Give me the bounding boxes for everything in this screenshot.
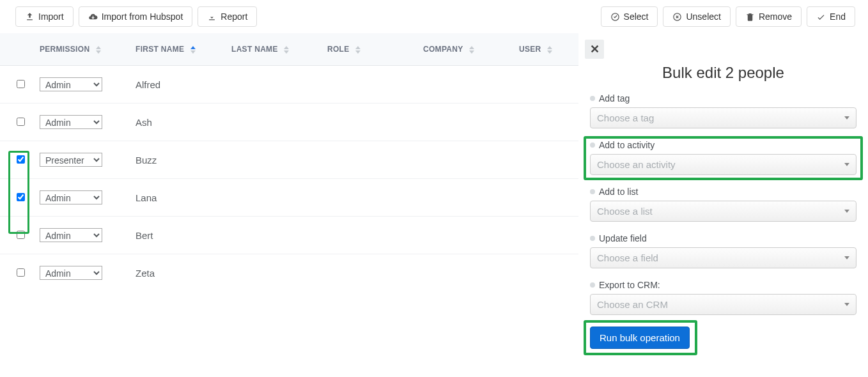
- toolbar-right: Select Unselect Remove End: [601, 6, 855, 27]
- import-hubspot-label: Import from Hubspot: [102, 12, 183, 22]
- row-company: [417, 104, 513, 141]
- col-last-name-label: LAST NAME: [231, 45, 278, 54]
- add-activity-dropdown[interactable]: Choose an activity: [590, 154, 856, 175]
- field-update-field-label-row: Update field: [590, 233, 856, 243]
- row-last-name: [225, 66, 321, 104]
- row-role: [321, 66, 417, 104]
- run-bulk-operation-button[interactable]: Run bulk operation: [590, 327, 690, 349]
- col-first-name-label: FIRST NAME: [136, 45, 184, 54]
- panel-title: Bulk edit 2 people: [590, 64, 856, 82]
- row-checkbox-cell: [0, 141, 33, 179]
- table-row: AdminPresenterBert: [0, 217, 578, 254]
- permission-select[interactable]: AdminPresenter: [40, 190, 102, 204]
- add-tag-placeholder: Choose a tag: [597, 112, 654, 123]
- field-update-field: Update field Choose a field: [590, 233, 856, 268]
- permission-select[interactable]: AdminPresenter: [40, 228, 102, 242]
- end-label: End: [830, 12, 846, 22]
- row-first-name: Alfred: [129, 66, 225, 104]
- main: PERMISSION FIRST NAME LAST NAME ROLE: [0, 33, 868, 360]
- chevron-down-icon: [844, 303, 849, 306]
- permission-select[interactable]: AdminPresenter: [40, 77, 102, 91]
- table-row: AdminPresenterAlfred: [0, 66, 578, 104]
- field-add-tag-label: Add tag: [599, 93, 630, 104]
- table-area: PERMISSION FIRST NAME LAST NAME ROLE: [0, 33, 578, 360]
- row-checkbox[interactable]: [17, 80, 25, 88]
- update-field-dropdown[interactable]: Choose a field: [590, 247, 856, 268]
- field-add-tag: Add tag Choose a tag: [590, 93, 856, 128]
- select-label: Select: [624, 12, 649, 22]
- col-permission[interactable]: PERMISSION: [33, 33, 129, 66]
- row-last-name: [225, 141, 321, 179]
- sort-icon: [96, 46, 101, 54]
- field-add-activity: Add to activity Choose an activity: [590, 140, 856, 175]
- row-company: [417, 141, 513, 179]
- field-add-list-label-row: Add to list: [590, 187, 856, 197]
- unselect-button[interactable]: Unselect: [663, 6, 730, 27]
- row-checkbox-cell: [0, 217, 33, 254]
- import-button[interactable]: Import: [15, 6, 74, 27]
- permission-select[interactable]: AdminPresenter: [40, 266, 102, 280]
- col-checkbox: [0, 33, 33, 66]
- row-role: [321, 141, 417, 179]
- sort-icon: [547, 46, 552, 54]
- col-user[interactable]: USER: [513, 33, 578, 66]
- upload-icon: [25, 12, 35, 22]
- chevron-down-icon: [844, 116, 849, 119]
- field-add-list: Add to list Choose a list: [590, 187, 856, 222]
- row-checkbox[interactable]: [17, 268, 25, 277]
- col-role[interactable]: ROLE: [321, 33, 417, 66]
- table-row: AdminPresenterBuzz: [0, 141, 578, 179]
- close-panel-button[interactable]: ✕: [585, 40, 604, 59]
- end-button[interactable]: End: [807, 6, 855, 27]
- row-permission-cell: AdminPresenter: [33, 217, 129, 254]
- permission-select[interactable]: AdminPresenter: [40, 153, 102, 167]
- col-last-name[interactable]: LAST NAME: [225, 33, 321, 66]
- row-first-name: Bert: [129, 217, 225, 254]
- report-label: Report: [221, 12, 247, 22]
- row-checkbox[interactable]: [17, 193, 25, 201]
- col-company[interactable]: COMPANY: [417, 33, 513, 66]
- field-export-crm-label: Export to CRM:: [599, 280, 660, 290]
- report-button[interactable]: Report: [198, 6, 257, 27]
- select-button[interactable]: Select: [601, 6, 658, 27]
- permission-select[interactable]: AdminPresenter: [40, 115, 102, 129]
- row-company: [417, 179, 513, 217]
- download-icon: [207, 12, 217, 22]
- row-company: [417, 254, 513, 292]
- bullet-icon: [590, 236, 595, 241]
- row-user: [513, 104, 578, 141]
- row-checkbox-cell: [0, 66, 33, 104]
- row-user: [513, 217, 578, 254]
- col-role-label: ROLE: [327, 45, 350, 54]
- field-add-tag-label-row: Add tag: [590, 93, 856, 104]
- row-checkbox[interactable]: [17, 118, 25, 126]
- row-checkbox[interactable]: [17, 155, 25, 164]
- row-last-name: [225, 217, 321, 254]
- field-export-crm-label-row: Export to CRM:: [590, 280, 856, 290]
- field-add-activity-label-row: Add to activity: [590, 140, 856, 150]
- sort-icon: [190, 46, 196, 54]
- add-tag-dropdown[interactable]: Choose a tag: [590, 107, 856, 128]
- export-crm-dropdown[interactable]: Choose an CRM: [590, 294, 856, 315]
- add-list-dropdown[interactable]: Choose a list: [590, 201, 856, 222]
- col-first-name[interactable]: FIRST NAME: [129, 33, 225, 66]
- table-row: AdminPresenterLana: [0, 179, 578, 217]
- row-user: [513, 66, 578, 104]
- remove-label: Remove: [759, 12, 792, 22]
- row-first-name: Lana: [129, 179, 225, 217]
- row-role: [321, 104, 417, 141]
- toolbar: Import Import from Hubspot Report Select…: [0, 0, 868, 33]
- table-row: AdminPresenterAsh: [0, 104, 578, 141]
- toolbar-left: Import Import from Hubspot Report: [15, 6, 257, 27]
- remove-button[interactable]: Remove: [736, 6, 802, 27]
- row-user: [513, 179, 578, 217]
- check-icon: [816, 12, 826, 22]
- cloud-download-icon: [88, 12, 98, 22]
- add-list-placeholder: Choose a list: [597, 206, 653, 217]
- row-role: [321, 254, 417, 292]
- row-checkbox[interactable]: [17, 231, 25, 239]
- row-permission-cell: AdminPresenter: [33, 254, 129, 292]
- import-hubspot-button[interactable]: Import from Hubspot: [79, 6, 193, 27]
- table-row: AdminPresenterZeta: [0, 254, 578, 292]
- x-circle-icon: [672, 12, 682, 22]
